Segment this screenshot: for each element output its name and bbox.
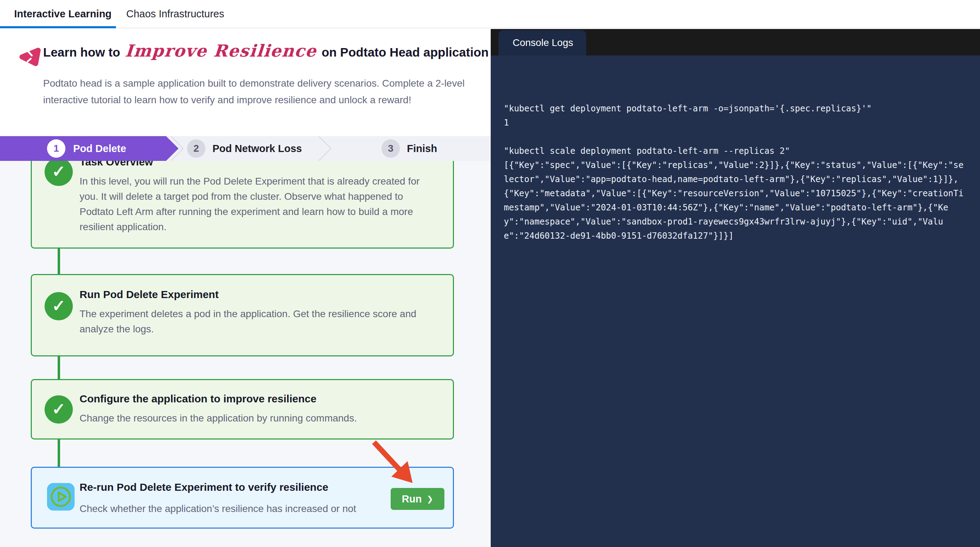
litmus-chaos-logo-icon <box>18 45 43 70</box>
tutorial-panel: Learn how to Improve Resilience on Podta… <box>0 28 491 547</box>
console-panel: Console Logs "kubectl get deployment pod… <box>491 29 980 547</box>
step-2-pod-network-loss[interactable]: Pod Network Loss <box>213 136 302 161</box>
level-stepper: 1 Pod Delete 2 Pod Network Loss 3 Finish <box>0 136 491 161</box>
chevron-right-icon: ❯ <box>427 495 433 504</box>
console-log-line: 1 <box>504 116 974 130</box>
run-button-label: Run <box>402 493 422 505</box>
console-log-line: lector","Value":"app=podtato-head,name=p… <box>504 172 974 186</box>
task-description: In this level, you will run the Pod Dele… <box>80 173 437 234</box>
step-1-number-badge: 1 <box>47 139 65 158</box>
check-circle-icon: ✓ <box>45 158 73 186</box>
task-card-overview: ✓ Task Overview In this level, you will … <box>31 152 454 248</box>
console-log-line: {"Key":"metadata","Value":[{"Key":"resou… <box>504 186 974 200</box>
console-log-line: [{"Key":"spec","Value":[{"Key":"replicas… <box>504 158 974 172</box>
console-log-line: "kubectl get deployment podtato-left-arm… <box>504 102 974 116</box>
tab-console-logs[interactable]: Console Logs <box>498 30 586 56</box>
run-button[interactable]: Run ❯ <box>391 488 444 510</box>
task-title: Re-run Pod Delete Experiment to verify r… <box>80 481 328 493</box>
console-log-line: y":"namespace","Value":"sandbox-prod1-ra… <box>504 215 974 229</box>
console-log-text: "kubectl get deployment podtato-left-arm… <box>504 102 974 243</box>
top-tab-bar: Interactive Learning Chaos Infrastructur… <box>0 0 980 28</box>
step-1-pod-delete[interactable]: Pod Delete <box>73 136 126 161</box>
step-separator-chevron-icon <box>170 136 185 161</box>
task-connector-line <box>57 356 60 379</box>
task-connector-line <box>57 248 60 274</box>
step-2-number-badge: 2 <box>187 139 205 158</box>
title-prefix: Learn how to <box>43 45 120 59</box>
red-arrow-annotation-icon <box>368 439 424 489</box>
task-description: The experiment deletes a pod in the appl… <box>80 306 421 337</box>
title-suffix: on Podtato Head application <box>322 45 489 59</box>
task-title: Configure the application to improve res… <box>80 393 433 405</box>
task-description: Check whether the application’s resilien… <box>80 503 356 514</box>
console-log-line <box>504 130 974 144</box>
step-3-finish[interactable]: Finish <box>407 136 437 161</box>
task-card-configure-application: ✓ Configure the application to improve r… <box>31 379 454 439</box>
task-card-run-experiment: ✓ Run Pod Delete Experiment The experime… <box>31 274 454 356</box>
console-log-line: e":"24d60132-de91-4bb0-9151-d76032dfa127… <box>504 229 974 243</box>
step-3-number-badge: 3 <box>382 139 400 158</box>
page-title: Learn how to Improve Resilience on Podta… <box>43 41 488 67</box>
task-connector-line <box>57 439 60 467</box>
task-title: Run Pod Delete Experiment <box>80 289 433 301</box>
console-log-line: "kubectl scale deployment podtato-left-a… <box>504 144 974 158</box>
console-log-area: "kubectl get deployment podtato-left-arm… <box>491 56 980 547</box>
tutorial-description: Podtato head is a sample application bui… <box>43 75 469 108</box>
check-circle-icon: ✓ <box>45 292 73 320</box>
tab-interactive-learning[interactable]: Interactive Learning <box>14 0 112 28</box>
tab-chaos-infrastructures[interactable]: Chaos Infrastructures <box>126 0 224 28</box>
task-description: Change the resources in the application … <box>80 410 433 426</box>
console-log-line: mestamp","Value":"2024-01-03T10:44:56Z"}… <box>504 200 974 215</box>
title-highlight: Improve Resilience <box>124 41 318 60</box>
check-circle-icon: ✓ <box>45 395 73 424</box>
play-icon <box>47 483 75 510</box>
step-separator-chevron-icon <box>318 136 332 161</box>
